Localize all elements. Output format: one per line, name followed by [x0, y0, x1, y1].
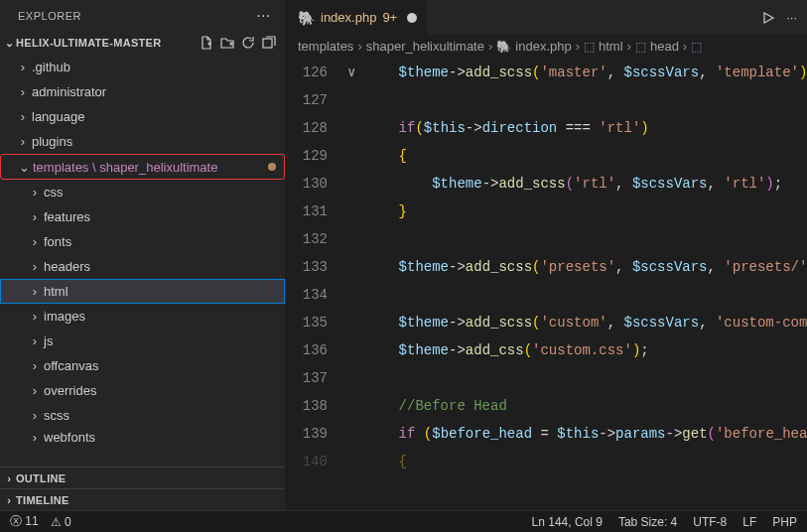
editor-pane: 🐘 index.php 9+ ··· templates › shaper_he…	[286, 0, 807, 510]
tree-item[interactable]: ›fonts	[0, 229, 285, 254]
new-folder-icon[interactable]	[217, 33, 237, 53]
tree-item[interactable]: ›features	[0, 204, 285, 229]
explorer-header: EXPLORER ···	[0, 0, 285, 32]
explorer-sidebar: EXPLORER ··· ⌄ HELIX-ULTIMATE-MASTER	[0, 0, 286, 510]
more-actions-button[interactable]: ···	[250, 6, 277, 26]
breadcrumb-item[interactable]: ⬚head	[635, 39, 679, 54]
breadcrumb: templates › shaper_helixultimate › 🐘inde…	[286, 35, 807, 59]
new-file-icon[interactable]	[197, 33, 216, 53]
chevron-right-icon: ›	[28, 234, 42, 249]
breadcrumb-item[interactable]: templates	[298, 39, 353, 54]
editor-actions: ···	[760, 10, 807, 26]
tree-item[interactable]: ›.github	[0, 55, 285, 79]
tree-item[interactable]: ›offcanvas	[0, 353, 285, 378]
php-file-icon: 🐘	[298, 10, 315, 26]
chevron-right-icon: ›	[488, 39, 492, 54]
chevron-right-icon: ›	[2, 472, 16, 484]
status-bar: ⓧ 11 ⚠ 0 Ln 144, Col 9 Tab Size: 4 UTF-8…	[0, 510, 807, 532]
timeline-section[interactable]: › TIMELINE	[0, 488, 285, 510]
chevron-right-icon: ›	[357, 39, 361, 54]
chevron-down-icon: ⌄	[2, 37, 16, 50]
tree-item[interactable]: ›headers	[0, 254, 285, 279]
chevron-right-icon: ›	[28, 430, 42, 445]
tab-badge: 9+	[382, 10, 397, 25]
tree-item[interactable]: ›webfonts	[0, 428, 285, 446]
chevron-down-icon: ⌄	[17, 160, 31, 175]
line-gutter: 126 127 128 129 130 131 132 133 134 135 …	[286, 59, 347, 510]
symbol-icon: ⬚	[691, 40, 702, 54]
php-file-icon: 🐘	[496, 40, 511, 54]
code-editor[interactable]: 126 127 128 129 130 131 132 133 134 135 …	[286, 59, 807, 510]
chevron-right-icon: ›	[28, 358, 42, 373]
tab-label: index.php	[321, 10, 376, 25]
cursor-position[interactable]: Ln 144, Col 9	[532, 515, 603, 529]
chevron-right-icon: ›	[16, 109, 30, 124]
file-tree: ›.github ›administrator ›language ›plugi…	[0, 54, 285, 466]
chevron-right-icon: ›	[2, 494, 16, 506]
chevron-right-icon: ›	[16, 60, 30, 74]
tab-size[interactable]: Tab Size: 4	[618, 515, 677, 529]
tree-item[interactable]: ›js	[0, 329, 285, 353]
chevron-right-icon: ›	[28, 185, 42, 200]
refresh-icon[interactable]	[238, 33, 258, 53]
chevron-right-icon: ›	[28, 284, 42, 299]
tree-item[interactable]: ›administrator	[0, 79, 285, 104]
eol[interactable]: LF	[742, 515, 756, 529]
language-mode[interactable]: PHP	[772, 515, 797, 529]
chevron-right-icon: ›	[28, 209, 42, 224]
chevron-right-icon: ›	[16, 84, 30, 99]
tree-item[interactable]: ›scss	[0, 403, 285, 428]
run-icon[interactable]	[760, 10, 776, 26]
chevron-right-icon: ›	[28, 259, 42, 274]
tab-bar: 🐘 index.php 9+ ···	[286, 0, 807, 35]
code-lines[interactable]: $theme->add_scss('master', $scssVars, 't…	[365, 59, 807, 510]
encoding[interactable]: UTF-8	[693, 515, 727, 529]
collapse-icon[interactable]	[259, 33, 279, 53]
warnings-count[interactable]: ⚠ 0	[51, 515, 71, 529]
project-name: HELIX-ULTIMATE-MASTER	[16, 37, 197, 49]
modified-dot-icon	[268, 163, 276, 171]
tree-item-html[interactable]: ›html	[0, 279, 285, 304]
more-editor-actions-icon[interactable]: ···	[786, 10, 797, 26]
explorer-title: EXPLORER	[18, 10, 81, 22]
svg-rect-0	[263, 39, 272, 48]
chevron-right-icon: ›	[28, 408, 42, 423]
breadcrumb-item[interactable]: shaper_helixultimate	[366, 39, 484, 54]
tree-item-templates[interactable]: ⌄templates \ shaper_helixultimate	[0, 154, 285, 180]
fold-column: ∨	[347, 59, 365, 510]
errors-count[interactable]: ⓧ 11	[10, 513, 39, 530]
explorer-actions	[197, 33, 279, 53]
symbol-icon: ⬚	[635, 40, 646, 54]
chevron-right-icon: ›	[576, 39, 580, 54]
tab-index-php[interactable]: 🐘 index.php 9+	[286, 0, 428, 35]
symbol-icon: ⬚	[584, 40, 595, 54]
chevron-right-icon: ›	[28, 383, 42, 398]
chevron-right-icon: ›	[28, 309, 42, 324]
project-section-header[interactable]: ⌄ HELIX-ULTIMATE-MASTER	[0, 32, 285, 54]
tree-item[interactable]: ›overrides	[0, 378, 285, 403]
outline-section[interactable]: › OUTLINE	[0, 466, 285, 488]
breadcrumb-item[interactable]: ⬚html	[584, 39, 623, 54]
chevron-right-icon: ›	[28, 333, 42, 348]
breadcrumb-item[interactable]: 🐘index.php	[496, 39, 571, 54]
chevron-right-icon: ›	[16, 134, 30, 149]
chevron-right-icon: ›	[627, 39, 631, 54]
tree-item[interactable]: ›css	[0, 180, 285, 204]
chevron-right-icon: ›	[683, 39, 687, 54]
tree-item[interactable]: ›plugins	[0, 129, 285, 154]
tree-item[interactable]: ›language	[0, 104, 285, 129]
tree-item[interactable]: ›images	[0, 304, 285, 329]
unsaved-dot-icon	[407, 13, 417, 23]
